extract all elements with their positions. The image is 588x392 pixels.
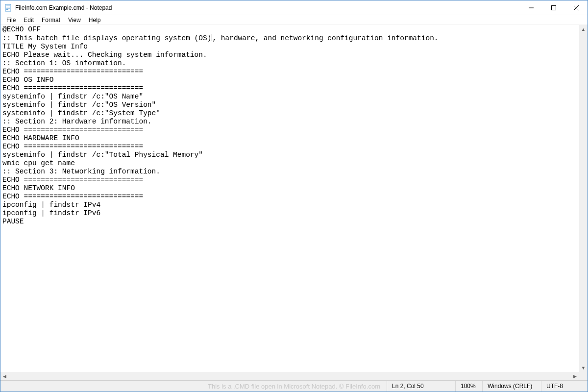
status-cursor-position: Ln 2, Col 50 — [387, 381, 455, 392]
scroll-right-icon[interactable]: ▶ — [571, 372, 579, 380]
menu-file[interactable]: File — [2, 16, 20, 24]
scroll-up-icon[interactable]: ▲ — [579, 25, 588, 33]
vertical-scrollbar[interactable]: ▲ ▼ — [579, 25, 588, 372]
close-button[interactable] — [565, 0, 588, 15]
menu-edit[interactable]: Edit — [20, 16, 38, 24]
horizontal-scrollbar[interactable]: ◀ ▶ — [0, 372, 579, 380]
menu-view[interactable]: View — [64, 16, 85, 24]
notepad-app-icon — [4, 4, 12, 12]
svg-rect-6 — [552, 5, 556, 10]
minimize-button[interactable] — [520, 0, 542, 15]
scroll-left-icon[interactable]: ◀ — [0, 372, 9, 380]
scroll-corner — [579, 372, 588, 380]
scroll-down-icon[interactable]: ▼ — [579, 364, 588, 372]
menu-help[interactable]: Help — [85, 16, 105, 24]
editor-area: @ECHO OFF :: This batch file displays op… — [0, 25, 588, 380]
window-title: FileInfo.com Example.cmd - Notepad — [15, 4, 112, 11]
text-editor[interactable]: @ECHO OFF :: This batch file displays op… — [0, 25, 579, 372]
status-encoding: UTF-8 — [541, 381, 588, 392]
maximize-button[interactable] — [542, 0, 565, 15]
status-zoom: 100% — [455, 381, 482, 392]
status-bar: This is a .CMD file open in Microsoft No… — [0, 380, 588, 392]
svg-rect-0 — [5, 4, 11, 11]
notepad-window: FileInfo.com Example.cmd - Notepad File … — [0, 0, 588, 392]
menu-format[interactable]: Format — [38, 16, 64, 24]
title-bar[interactable]: FileInfo.com Example.cmd - Notepad — [0, 0, 588, 15]
menu-bar: File Edit Format View Help — [0, 15, 588, 25]
status-line-ending: Windows (CRLF) — [482, 381, 541, 392]
